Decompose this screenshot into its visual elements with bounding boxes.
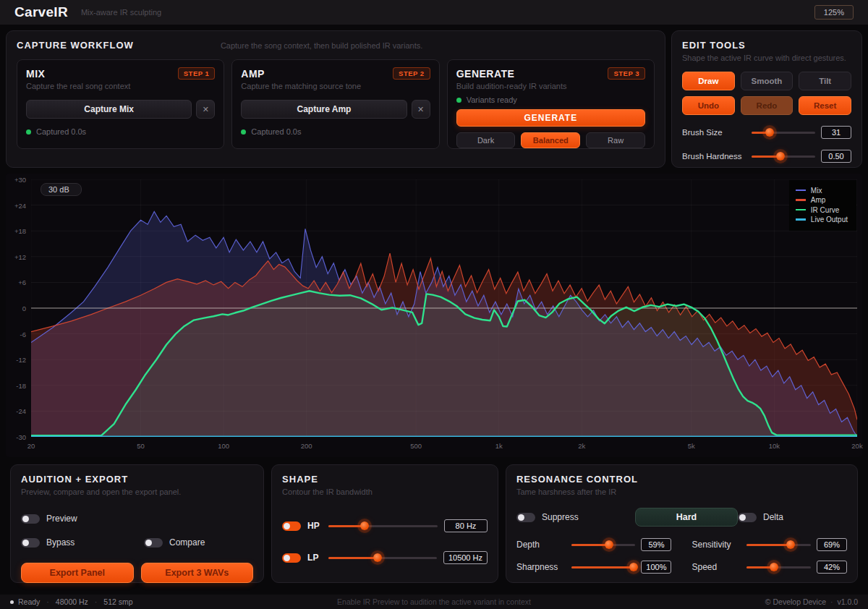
mix-card-title: MIX xyxy=(26,68,45,80)
legend-item-ir-curve: IR Curve xyxy=(796,206,848,214)
capture-workflow-panel: CAPTURE WORKFLOW Capture the song contex… xyxy=(6,30,665,168)
undo-button[interactable]: Undo xyxy=(682,96,735,115)
hp-frequency-slider[interactable] xyxy=(328,521,438,531)
resonance-title: RESONANCE CONTROL xyxy=(516,474,847,485)
brush-hardness-slider[interactable] xyxy=(752,151,815,161)
delta-toggle[interactable] xyxy=(738,513,757,522)
smooth-tool-button[interactable]: Smooth xyxy=(741,72,793,90)
suppress-toggle-label: Suppress xyxy=(542,512,579,522)
generate-card: GENERATE STEP 3 Build audition-ready IR … xyxy=(447,59,655,149)
brush-size-value[interactable]: 31 xyxy=(821,126,851,139)
speed-label: Speed xyxy=(692,562,741,572)
audition-title: AUDITION + EXPORT xyxy=(21,474,253,485)
draw-tool-button[interactable]: Draw xyxy=(682,72,735,90)
export-3-wavs-button[interactable]: Export 3 WAVs xyxy=(141,563,254,583)
clear-mix-button[interactable]: ✕ xyxy=(196,100,215,119)
bypass-toggle-label: Bypass xyxy=(46,537,75,548)
amp-card-subtitle: Capture the matching source tone xyxy=(241,82,430,90)
sensitivity-value[interactable]: 69% xyxy=(817,538,847,551)
title-bar: CarveIR Mix-aware IR sculpting 125% xyxy=(0,0,868,25)
resonance-subtitle: Tame harshness after the IR xyxy=(516,487,847,496)
compare-toggle-label: Compare xyxy=(169,537,205,548)
lp-frequency-value[interactable]: 10500 Hz xyxy=(443,551,488,564)
amp-card: AMP STEP 2 Capture the matching source t… xyxy=(231,59,439,149)
sharpness-label: Sharpness xyxy=(516,562,566,572)
export-panel-button[interactable]: Export Panel xyxy=(21,563,134,583)
amp-captured-status-dot xyxy=(241,129,246,135)
preview-toggle[interactable] xyxy=(21,514,40,524)
legend-swatch xyxy=(796,199,806,201)
variant-raw-button[interactable]: Raw xyxy=(586,132,645,148)
speed-value[interactable]: 42% xyxy=(817,561,847,574)
spectrum-plot-area[interactable] xyxy=(31,179,857,437)
app-tagline: Mix-aware IR sculpting xyxy=(81,8,161,17)
sharpness-slider-thumb[interactable] xyxy=(629,563,638,571)
variant-balanced-button[interactable]: Balanced xyxy=(521,132,580,148)
bypass-toggle[interactable] xyxy=(21,538,40,548)
capture-amp-button[interactable]: Capture Amp xyxy=(241,100,407,119)
clear-amp-button[interactable]: ✕ xyxy=(412,100,430,119)
chart-legend: MixAmpIR CurveLive Output xyxy=(789,180,856,231)
mix-card: MIX STEP 1 Capture the real song context… xyxy=(17,59,224,149)
legend-label: IR Curve xyxy=(811,206,839,214)
depth-value[interactable]: 59% xyxy=(641,538,671,551)
brush-hardness-value[interactable]: 0.50 xyxy=(821,150,851,163)
depth-slider[interactable] xyxy=(571,540,636,550)
hp-toggle[interactable] xyxy=(282,521,301,531)
generate-card-title: GENERATE xyxy=(456,68,515,80)
legend-label: Amp xyxy=(811,196,826,204)
brush-size-slider-thumb[interactable] xyxy=(765,128,774,137)
x-axis-labels: 20501002005001k2k5k10k20k xyxy=(31,442,857,451)
generate-button[interactable]: GENERATE xyxy=(456,109,645,127)
lp-label: LP xyxy=(307,553,322,563)
shape-subtitle: Contour the IR bandwidth xyxy=(282,487,488,496)
ui-zoom-selector[interactable]: 125% xyxy=(814,5,854,20)
capture-workflow-title: CAPTURE WORKFLOW xyxy=(17,40,134,51)
sharpness-value[interactable]: 100% xyxy=(641,561,671,574)
legend-item-mix: Mix xyxy=(796,187,848,195)
tilt-tool-button[interactable]: Tilt xyxy=(799,72,851,90)
hp-frequency-value[interactable]: 80 Hz xyxy=(444,519,488,532)
reset-button[interactable]: Reset xyxy=(799,96,851,115)
lp-slider-thumb[interactable] xyxy=(373,553,382,562)
sensitivity-slider-thumb[interactable] xyxy=(786,540,795,549)
lp-frequency-slider[interactable] xyxy=(328,553,437,563)
shape-title: SHAPE xyxy=(282,474,488,485)
sharpness-slider[interactable] xyxy=(571,562,635,572)
status-hint: Enable IR Preview to audition the active… xyxy=(0,597,868,606)
redo-button[interactable]: Redo xyxy=(741,96,793,115)
capture-workflow-description: Capture the song context, then build pol… xyxy=(221,41,422,50)
mix-card-subtitle: Capture the real song context xyxy=(26,82,215,90)
legend-item-live-output: Live Output xyxy=(796,216,848,223)
audition-subtitle: Preview, compare and open the export pan… xyxy=(21,487,253,496)
db-range-selector[interactable]: 30 dB xyxy=(41,183,82,196)
hp-slider-thumb[interactable] xyxy=(360,521,369,530)
spectrum-curves xyxy=(31,179,857,437)
speed-slider-thumb[interactable] xyxy=(770,563,778,571)
legend-label: Live Output xyxy=(811,216,848,223)
step-1-badge: STEP 1 xyxy=(178,67,216,80)
lp-toggle[interactable] xyxy=(282,553,301,563)
depth-slider-thumb[interactable] xyxy=(605,540,613,549)
depth-label: Depth xyxy=(516,540,566,550)
hard-mode-button[interactable]: Hard xyxy=(635,508,738,527)
compare-toggle[interactable] xyxy=(144,538,163,548)
legend-label: Mix xyxy=(811,187,822,195)
brush-size-slider[interactable] xyxy=(752,127,815,137)
brush-hardness-label: Brush Hardness xyxy=(682,152,746,161)
audition-export-panel: AUDITION + EXPORT Preview, compare and o… xyxy=(10,464,264,583)
variant-dark-button[interactable]: Dark xyxy=(456,132,516,148)
brush-hardness-slider-thumb[interactable] xyxy=(776,152,785,161)
variants-ready-dot xyxy=(456,98,461,103)
brush-size-label: Brush Size xyxy=(682,128,746,137)
spectrum-chart[interactable]: +30+24+18+12+60-6-12-18-24-30 2050100200… xyxy=(6,174,862,457)
speed-slider[interactable] xyxy=(746,562,811,572)
mix-captured-status: Captured 0.0s xyxy=(36,127,86,136)
sensitivity-slider[interactable] xyxy=(746,540,811,550)
amp-card-title: AMP xyxy=(241,68,265,80)
preview-toggle-label: Preview xyxy=(46,514,77,524)
suppress-toggle[interactable] xyxy=(516,513,535,522)
capture-mix-button[interactable]: Capture Mix xyxy=(26,100,192,119)
edit-tools-subtitle: Shape the active IR curve with direct ge… xyxy=(682,54,851,62)
step-2-badge: STEP 2 xyxy=(393,67,430,80)
